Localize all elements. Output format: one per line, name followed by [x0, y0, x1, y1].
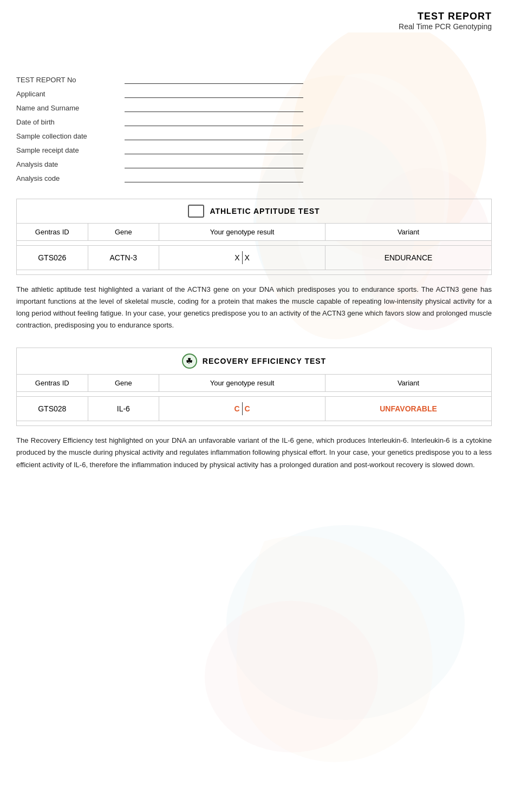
genotype-divider-athletic — [242, 251, 243, 264]
field-dob[interactable] — [125, 116, 303, 126]
report-subtitle: Real Time PCR Genotyping — [16, 22, 492, 31]
cell-gene-recovery: IL-6 — [88, 397, 159, 421]
form-row-sample-receipt: Sample receipt date — [16, 145, 492, 154]
label-sample-collection: Sample collection date — [16, 132, 125, 140]
recovery-test-title-cell: ☘ RECOVERY EFFICIENCY TEST — [17, 348, 492, 375]
label-name: Name and Surname — [16, 104, 125, 112]
form-row-name: Name and Surname — [16, 102, 492, 112]
col-header-gene: Gene — [88, 224, 159, 241]
label-analysis-code: Analysis code — [16, 174, 125, 182]
col-header-gentras-id-recovery: Gentras ID — [17, 375, 88, 392]
svg-point-3 — [226, 525, 465, 720]
col-header-genotype-recovery: Your genotype result — [159, 375, 325, 392]
label-dob: Date of birth — [16, 118, 125, 126]
athletic-test-table: ATHLETIC APTITUDE TEST Gentras ID Gene Y… — [16, 199, 492, 275]
col-header-gene-recovery: Gene — [88, 375, 159, 392]
genotype-left-athletic: X — [235, 253, 240, 262]
athletic-test-title: ATHLETIC APTITUDE TEST — [210, 207, 320, 215]
report-title: TEST REPORT — [16, 11, 492, 22]
col-header-variant-recovery: Variant — [325, 375, 492, 392]
field-report-no[interactable] — [125, 74, 303, 84]
label-report-no: TEST REPORT No — [16, 76, 125, 84]
field-analysis-code[interactable] — [125, 173, 303, 182]
monitor-icon — [188, 205, 204, 218]
recovery-test-description: The Recovery Efficiency test highlighted… — [16, 435, 492, 470]
cell-genotype-recovery: C C — [159, 397, 325, 421]
cell-genotype-athletic: X X — [159, 246, 325, 270]
leaf-icon: ☘ — [182, 353, 197, 369]
recovery-test-title: RECOVERY EFFICIENCY TEST — [203, 357, 326, 365]
athletic-test-row: GTS026 ACTN-3 X X ENDURANCE — [17, 246, 492, 270]
recovery-test-section: ☘ RECOVERY EFFICIENCY TEST Gentras ID Ge… — [16, 348, 492, 470]
recovery-test-row: GTS028 IL-6 C C UNFAVORABLE — [17, 397, 492, 421]
athletic-test-section: ATHLETIC APTITUDE TEST Gentras ID Gene Y… — [16, 199, 492, 331]
field-applicant[interactable] — [125, 88, 303, 98]
cell-gene-athletic: ACTN-3 — [88, 246, 159, 270]
form-row-applicant: Applicant — [16, 88, 492, 98]
field-name[interactable] — [125, 102, 303, 112]
label-analysis-date: Analysis date — [16, 160, 125, 168]
cell-variant-athletic: ENDURANCE — [325, 246, 492, 270]
athletic-test-title-cell: ATHLETIC APTITUDE TEST — [17, 199, 492, 224]
genotype-right-athletic: X — [244, 253, 250, 262]
cell-gentras-id-athletic: GTS026 — [17, 246, 88, 270]
genotype-left-recovery: C — [234, 404, 240, 413]
field-analysis-date[interactable] — [125, 159, 303, 168]
athletic-test-description: The athletic aptitude test highlighted a… — [16, 284, 492, 331]
recovery-test-table: ☘ RECOVERY EFFICIENCY TEST Gentras ID Ge… — [16, 348, 492, 426]
label-sample-receipt: Sample receipt date — [16, 146, 125, 154]
report-header: TEST REPORT Real Time PCR Genotyping — [16, 11, 492, 31]
field-sample-collection[interactable] — [125, 130, 303, 140]
cell-variant-recovery: UNFAVORABLE — [325, 397, 492, 421]
genotype-right-recovery: C — [244, 404, 250, 413]
field-sample-receipt[interactable] — [125, 145, 303, 154]
form-section: TEST REPORT No Applicant Name and Surnam… — [16, 74, 492, 182]
form-row-report-no: TEST REPORT No — [16, 74, 492, 84]
form-row-sample-collection: Sample collection date — [16, 130, 492, 140]
svg-point-4 — [205, 601, 378, 752]
form-row-analysis-date: Analysis date — [16, 159, 492, 168]
label-applicant: Applicant — [16, 90, 125, 98]
col-header-genotype: Your genotype result — [159, 224, 325, 241]
cell-gentras-id-recovery: GTS028 — [17, 397, 88, 421]
form-row-dob: Date of birth — [16, 116, 492, 126]
form-row-analysis-code: Analysis code — [16, 173, 492, 182]
col-header-variant: Variant — [325, 224, 492, 241]
col-header-gentras-id: Gentras ID — [17, 224, 88, 241]
genotype-divider-recovery — [242, 402, 243, 415]
